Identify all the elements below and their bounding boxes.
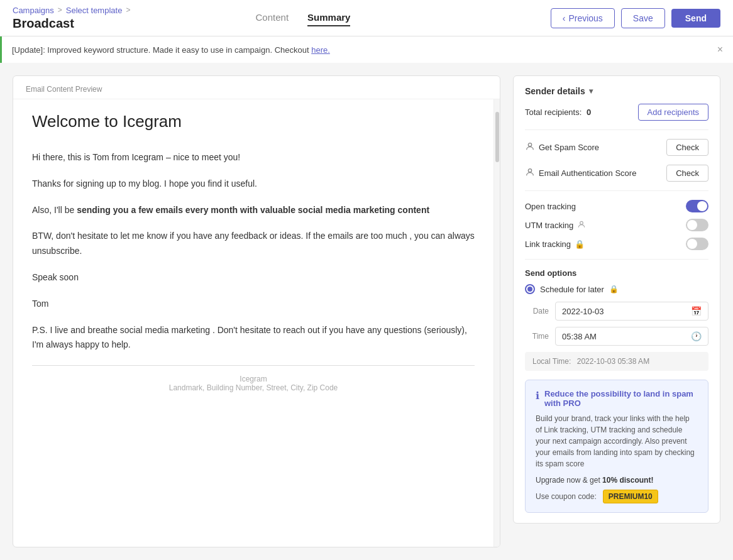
link-lock-icon: 🔒 xyxy=(575,239,585,249)
body-para-7: P.S. I live and breathe social media mar… xyxy=(32,323,475,353)
save-button[interactable]: Save xyxy=(621,8,665,28)
utm-icon xyxy=(577,220,586,231)
calendar-icon: 📅 xyxy=(691,306,702,316)
sender-details-chevron: ▾ xyxy=(589,87,593,96)
date-input[interactable]: 2022-10-03 📅 xyxy=(555,302,708,321)
sender-details-header[interactable]: Sender details ▾ xyxy=(525,86,708,96)
toggle-knob xyxy=(697,201,707,211)
body-para-3: Also, I'll be sending you a few emails e… xyxy=(32,203,475,218)
upgrade-row: Upgrade now & get 10% discount! xyxy=(536,476,698,485)
breadcrumb-sep1: > xyxy=(58,6,62,14)
svg-point-1 xyxy=(528,169,531,172)
header-actions: ‹ Previous Save Send xyxy=(551,8,720,28)
add-recipients-button[interactable]: Add recipients xyxy=(638,104,708,121)
auth-score-check-button[interactable]: Check xyxy=(666,165,708,182)
chevron-left-icon: ‹ xyxy=(563,13,566,23)
email-body: Hi there, this is Tom from Icegram – nic… xyxy=(32,150,475,353)
schedule-label: Schedule for later xyxy=(540,285,604,294)
spam-score-label: Get Spam Score xyxy=(525,141,599,153)
send-button[interactable]: Send xyxy=(671,9,720,28)
header: Campaigns > Select template > Broadcast … xyxy=(0,0,733,36)
body-para-2: Thanks for signing up to my blog. I hope… xyxy=(32,177,475,192)
email-subject: Welcome to Icegram xyxy=(32,112,475,131)
body-para-4: BTW, don't hesitate to let me know if yo… xyxy=(32,229,475,259)
send-options-label: Send options xyxy=(525,268,708,278)
recipients-count: 0 xyxy=(587,107,591,117)
local-time-value: 2022-10-03 05:38 AM xyxy=(577,357,649,366)
header-left: Campaigns > Select template > Broadcast xyxy=(13,6,155,31)
open-tracking-toggle[interactable] xyxy=(686,200,708,212)
banner-text: [Update]: Improved keyword structure. Ma… xyxy=(12,45,330,55)
spam-score-icon xyxy=(525,141,535,153)
right-panel: Sender details ▾ Total recipients: 0 Add… xyxy=(513,75,720,547)
breadcrumb: Campaigns > Select template > xyxy=(13,6,130,15)
footer-address: Landmark, Building Number, Street, City,… xyxy=(32,383,475,392)
body-para-6: Tom xyxy=(32,297,475,312)
pro-banner: ℹ Reduce the possibility to land in spam… xyxy=(525,380,708,513)
date-label: Date xyxy=(525,307,549,316)
svg-point-2 xyxy=(580,221,583,224)
link-tracking-toggle[interactable] xyxy=(686,238,708,250)
local-time-label: Local Time: xyxy=(532,357,571,366)
open-tracking-row: Open tracking xyxy=(525,200,708,212)
discount-text: 10% discount! xyxy=(602,476,653,485)
auth-score-label: Email Authentication Score xyxy=(525,167,636,179)
footer-company: Icegram xyxy=(32,375,475,383)
previous-label: Previous xyxy=(568,13,602,23)
time-label: Time xyxy=(525,332,549,341)
local-time-row: Local Time: 2022-10-03 05:38 AM xyxy=(525,352,708,371)
svg-point-0 xyxy=(528,143,531,146)
breadcrumb-select-template[interactable]: Select template xyxy=(66,6,123,15)
divider-3 xyxy=(525,259,708,260)
link-toggle-knob xyxy=(687,239,697,249)
main-content: Email Content Preview Welcome to Icegram… xyxy=(0,63,733,560)
update-banner: [Update]: Improved keyword structure. Ma… xyxy=(0,36,733,63)
scroll-track[interactable] xyxy=(493,99,500,547)
tab-summary[interactable]: Summary xyxy=(307,9,350,26)
auth-score-icon xyxy=(525,167,535,179)
pro-info-icon: ℹ xyxy=(536,390,539,402)
coupon-badge: PREMIUM10 xyxy=(603,490,658,503)
pro-description: Build your brand, track your links with … xyxy=(536,413,698,469)
sender-details-label: Sender details xyxy=(525,86,585,96)
utm-tracking-label: UTM tracking xyxy=(525,220,586,231)
time-row: Time 05:38 AM 🕐 xyxy=(525,327,708,346)
scroll-thumb[interactable] xyxy=(495,112,499,162)
sender-details-card: Sender details ▾ Total recipients: 0 Add… xyxy=(513,75,720,524)
tab-content[interactable]: Content xyxy=(256,9,289,26)
utm-tracking-toggle[interactable] xyxy=(686,219,708,231)
time-input[interactable]: 05:38 AM 🕐 xyxy=(555,327,708,346)
utm-toggle-knob xyxy=(687,220,697,230)
utm-tracking-row: UTM tracking xyxy=(525,219,708,231)
header-nav: Content Summary xyxy=(256,9,351,26)
divider-2 xyxy=(525,190,708,191)
banner-link[interactable]: here. xyxy=(311,45,330,55)
body-para-1: Hi there, this is Tom from Icegram – nic… xyxy=(32,150,475,165)
schedule-later-row: Schedule for later 🔒 xyxy=(525,284,708,294)
schedule-lock-icon: 🔒 xyxy=(609,285,619,294)
previous-button[interactable]: ‹ Previous xyxy=(551,8,615,28)
auth-score-row: Email Authentication Score Check xyxy=(525,165,708,182)
banner-close-icon[interactable]: × xyxy=(717,44,723,55)
spam-score-row: Get Spam Score Check xyxy=(525,139,708,156)
body-para-5: Speak soon xyxy=(32,270,475,285)
divider-1 xyxy=(525,129,708,130)
schedule-radio[interactable] xyxy=(525,284,535,294)
open-tracking-label: Open tracking xyxy=(525,202,576,211)
breadcrumb-campaigns[interactable]: Campaigns xyxy=(13,6,54,15)
spam-score-check-button[interactable]: Check xyxy=(666,139,708,156)
recipients-label: Total recipients: 0 xyxy=(525,107,591,117)
page-title: Broadcast xyxy=(13,16,155,31)
coupon-row: Use coupon code: PREMIUM10 xyxy=(536,490,698,503)
email-preview-panel: Email Content Preview Welcome to Icegram… xyxy=(13,75,500,547)
pro-title: Reduce the possibility to land in spam w… xyxy=(544,389,698,408)
email-footer: Icegram Landmark, Building Number, Stree… xyxy=(32,365,475,392)
clock-icon: 🕐 xyxy=(691,331,702,341)
link-tracking-row: Link tracking 🔒 xyxy=(525,238,708,250)
breadcrumb-sep2: > xyxy=(126,6,130,14)
link-tracking-label: Link tracking 🔒 xyxy=(525,239,585,249)
date-row: Date 2022-10-03 📅 xyxy=(525,302,708,321)
preview-label: Email Content Preview xyxy=(13,76,500,99)
recipients-row: Total recipients: 0 Add recipients xyxy=(525,104,708,121)
email-content: Welcome to Icegram Hi there, this is Tom… xyxy=(13,99,493,547)
